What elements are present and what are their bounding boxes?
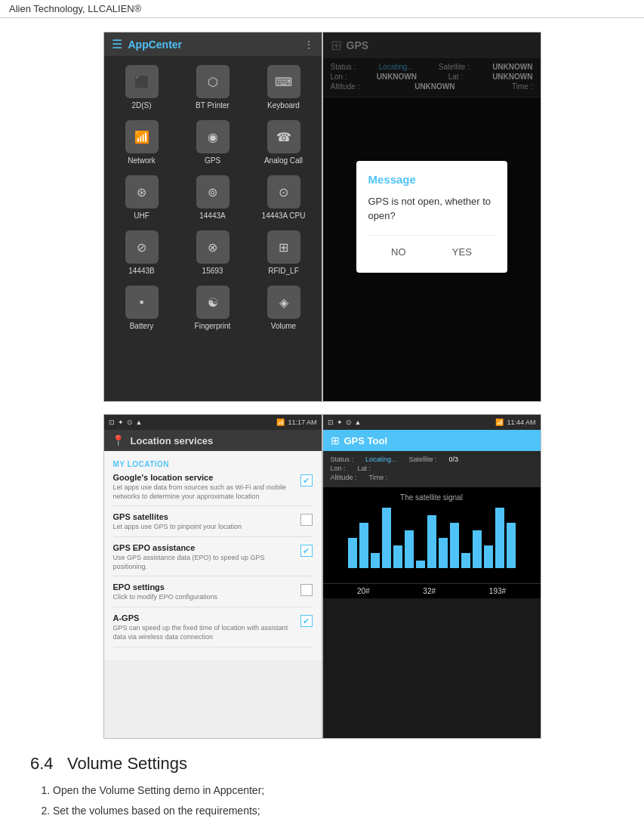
app-item[interactable]: 📶 Network bbox=[107, 114, 177, 168]
app-icon: ▪ bbox=[125, 286, 159, 319]
list-item: Set the volumes based on the requirement… bbox=[53, 803, 614, 819]
app-item[interactable]: ⊙ 14443A CPU bbox=[249, 169, 319, 223]
app-item[interactable]: ⊘ 14443B bbox=[107, 224, 177, 278]
chart-number: 20# bbox=[357, 587, 370, 595]
bar-group bbox=[427, 515, 436, 568]
app-item[interactable]: ⬡ BT Printer bbox=[178, 59, 248, 113]
bar bbox=[393, 545, 402, 568]
dots-menu[interactable]: ⋮ bbox=[304, 39, 314, 51]
app-icon: ⊚ bbox=[196, 175, 230, 209]
loc-checkbox[interactable]: ✔ bbox=[300, 545, 313, 557]
bar bbox=[473, 530, 482, 568]
yes-button[interactable]: YES bbox=[443, 243, 481, 261]
app-label: Network bbox=[128, 156, 156, 165]
tool-status-label: Status : bbox=[331, 456, 354, 463]
bar bbox=[416, 561, 425, 568]
app-label: 15693 bbox=[202, 267, 223, 275]
app-item[interactable]: ⊗ 15693 bbox=[178, 224, 248, 278]
app-item[interactable]: ▪ Battery bbox=[107, 280, 177, 333]
app-item[interactable]: ☯ Fingerprint bbox=[178, 280, 248, 333]
app-label: 2D(S) bbox=[131, 101, 151, 110]
tool-satellite-value: 0/3 bbox=[449, 456, 459, 463]
loc-item-title: EPO settings bbox=[113, 582, 294, 592]
bar-group bbox=[371, 553, 380, 568]
statusbar-left-r: ⊡ ✦ ⊙ ▲ bbox=[328, 419, 362, 426]
statusbar-left: ⊡ ✦ ⊙ ▲ bbox=[109, 419, 143, 426]
bar bbox=[439, 538, 448, 568]
app-icon: ⌨ bbox=[267, 65, 300, 98]
loc-checkbox[interactable] bbox=[300, 584, 313, 596]
bar bbox=[359, 523, 368, 568]
list-item[interactable]: A-GPS GPS can speed up the fixed time of… bbox=[113, 613, 313, 647]
sb-icon-2: ✦ bbox=[337, 419, 343, 426]
gps-tool-row-1: Status : Locating... Satellite : 0/3 bbox=[331, 456, 533, 463]
loc-checkbox[interactable] bbox=[300, 514, 313, 526]
signal-bars: 📶 bbox=[276, 419, 285, 426]
app-item[interactable]: ⊛ UHF bbox=[107, 169, 177, 223]
app-item[interactable]: ◉ GPS bbox=[178, 114, 248, 168]
app-icon: ☯ bbox=[196, 286, 230, 319]
list-item[interactable]: EPO settings Click to modify EPO configu… bbox=[113, 582, 313, 607]
app-icon: ⊗ bbox=[196, 230, 230, 264]
app-label: BT Printer bbox=[196, 101, 230, 110]
app-label: 14443A bbox=[199, 212, 225, 220]
bar-group bbox=[461, 553, 470, 568]
tool-time-label: Time : bbox=[369, 474, 388, 481]
bar bbox=[484, 545, 493, 568]
app-label: RFID_LF bbox=[268, 267, 299, 275]
loc-item-desc: Use GPS assistance data (EPO) to speed u… bbox=[113, 554, 294, 571]
loc-item-title: A-GPS bbox=[113, 613, 294, 622]
menu-icon: ☰ bbox=[112, 37, 122, 51]
message-dialog: Message GPS is not open, whether to open… bbox=[356, 161, 507, 272]
app-label: Battery bbox=[130, 322, 154, 330]
app-item[interactable]: ⌨ Keyboard bbox=[249, 59, 319, 113]
app-label: GPS bbox=[205, 156, 220, 165]
app-item[interactable]: ⊚ 14443A bbox=[178, 169, 248, 223]
bar-group bbox=[473, 530, 482, 568]
bar-group bbox=[348, 538, 357, 568]
gps-tool-title: GPS Tool bbox=[344, 435, 388, 446]
app-item[interactable]: ◈ Volume bbox=[249, 280, 319, 333]
bar-group bbox=[405, 530, 414, 568]
message-buttons: NO YES bbox=[368, 235, 495, 261]
app-icon: ⬛ bbox=[125, 65, 159, 98]
app-label: Analog Call bbox=[264, 156, 303, 165]
bar bbox=[461, 553, 470, 568]
no-button[interactable]: NO bbox=[382, 243, 415, 261]
list-item: Open the Volume Setting demo in Appcente… bbox=[53, 783, 614, 799]
list-item[interactable]: GPS EPO assistance Use GPS assistance da… bbox=[113, 543, 313, 576]
loc-item-title: GPS EPO assistance bbox=[113, 543, 294, 552]
sb-icon-3: ⊙ bbox=[346, 419, 352, 426]
main-content: ☰ AppCenter ⋮ ⬛ 2D(S) ⬡ BT Printer ⌨ Key… bbox=[0, 18, 644, 831]
statusbar-time-r: 11:44 AM bbox=[507, 419, 535, 426]
loc-checkbox[interactable]: ✔ bbox=[300, 615, 313, 627]
list-item[interactable]: Google's location service Let apps use d… bbox=[113, 473, 313, 506]
loc-checkbox[interactable]: ✔ bbox=[300, 474, 313, 487]
app-grid: ⬛ 2D(S) ⬡ BT Printer ⌨ Keyboard 📶 Networ… bbox=[104, 56, 322, 336]
location-items: Google's location service Let apps use d… bbox=[113, 473, 313, 647]
statusbar-time: 11:17 AM bbox=[288, 419, 316, 426]
bar bbox=[427, 515, 436, 568]
chart-numbers: 20#32#193# bbox=[323, 583, 541, 598]
bar-group bbox=[484, 545, 493, 568]
section-title: 6.4 Volume Settings bbox=[30, 754, 614, 774]
my-location-section: MY LOCATION bbox=[113, 460, 313, 468]
chart-number: 32# bbox=[423, 587, 436, 595]
section-number: 6.4 bbox=[30, 754, 54, 773]
wifi-icon: 📶 bbox=[495, 419, 504, 426]
screenshots-row-bottom: ⊡ ✦ ⊙ ▲ 📶 11:17 AM 📍 Location services M… bbox=[30, 414, 614, 739]
tool-altitude-label: Altitude : bbox=[331, 474, 357, 481]
app-icon: ⬡ bbox=[196, 65, 230, 98]
android-statusbar-bottom-right: ⊡ ✦ ⊙ ▲ 📶 11:44 AM bbox=[323, 415, 541, 430]
list-item[interactable]: GPS satellites Let apps use GPS to pinpo… bbox=[113, 512, 313, 537]
statusbar-right: 📶 11:17 AM bbox=[276, 419, 316, 426]
bar-group bbox=[382, 508, 391, 568]
app-item[interactable]: ☎ Analog Call bbox=[249, 114, 319, 168]
message-text: GPS is not open, whether to open? bbox=[368, 195, 495, 222]
loc-item-text: GPS satellites Let apps use GPS to pinpo… bbox=[113, 512, 294, 532]
app-item[interactable]: ⬛ 2D(S) bbox=[107, 59, 177, 113]
app-item[interactable]: ⊞ RFID_LF bbox=[249, 224, 319, 278]
app-label: Keyboard bbox=[267, 101, 300, 110]
chart-label: The satellite signal bbox=[323, 487, 541, 508]
app-icon: ⊘ bbox=[125, 230, 159, 264]
